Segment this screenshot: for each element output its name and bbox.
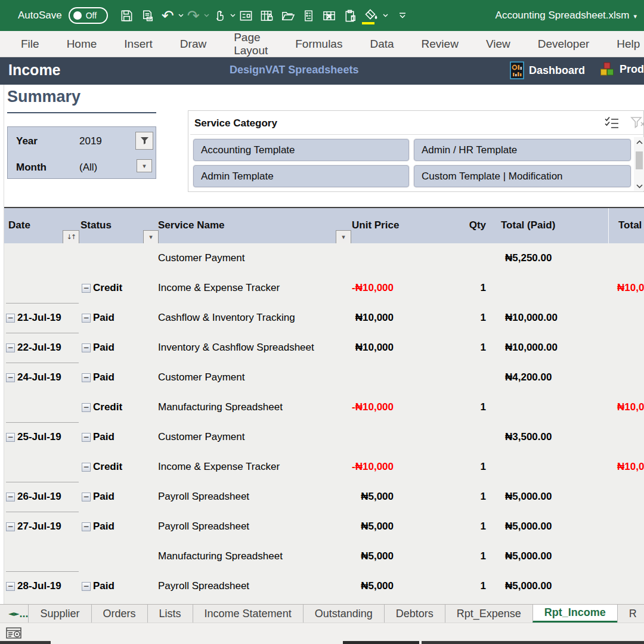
table-row[interactable]: −26-Jul-19−PaidPayroll Spreadsheet₦5,000… [4, 482, 644, 512]
sheet-tab-rpt-income[interactable]: Rpt_Income [532, 605, 617, 623]
collapse-icon[interactable]: − [82, 493, 91, 501]
autosave-toggle[interactable]: Off [69, 7, 108, 24]
slicer-button-accounting-template[interactable]: Accounting Template [193, 139, 409, 161]
cell-total-due [617, 571, 644, 601]
products-link[interactable]: Products [599, 61, 644, 77]
open-folder-icon[interactable] [277, 5, 299, 26]
sheet-tab-debtors[interactable]: Debtors [384, 605, 445, 623]
fill-color-icon[interactable] [361, 5, 382, 26]
date-sort-button[interactable]: ↓↑ [63, 230, 79, 244]
collapse-icon[interactable]: − [82, 403, 91, 412]
cell-total-paid: ₦5,000.00 [505, 541, 606, 571]
ribbon-tab-help[interactable]: Help [603, 38, 644, 51]
more-sheets-button[interactable]: ... [19, 605, 28, 623]
slicer-title: Service Category [194, 117, 277, 129]
form-properties-icon[interactable] [236, 5, 256, 26]
sheet-tab-income-statement[interactable]: Income Statement [193, 605, 303, 623]
collapse-icon[interactable]: − [6, 522, 15, 531]
undo-icon[interactable]: ↶ [158, 5, 178, 26]
status-value: Paid [93, 371, 114, 383]
table-row[interactable]: −21-Jul-19−PaidCashflow & Inventory Trac… [4, 303, 644, 333]
collapse-icon[interactable]: − [6, 582, 15, 591]
collapse-icon[interactable]: − [6, 314, 15, 323]
protect-sheet-icon[interactable] [256, 5, 277, 26]
clear-table-icon[interactable] [318, 5, 340, 26]
collapse-icon[interactable]: − [82, 284, 91, 293]
touch-mode-dropdown-icon[interactable] [230, 14, 236, 17]
table-row[interactable]: −25-Jul-19−PaidCustomer Payment₦3,500.00 [4, 422, 644, 452]
table-row[interactable]: −22-Jul-19−PaidInventory & Cashflow Spre… [4, 333, 644, 363]
dashboard-link[interactable]: Dashboard [510, 61, 585, 79]
document-title-caret-icon[interactable]: ▾ [633, 13, 637, 20]
table-row[interactable]: −27-Jul-19−PaidPayroll Spreadsheet₦5,000… [4, 512, 644, 541]
slicer-scrollbar[interactable] [634, 137, 644, 191]
scroll-down-icon[interactable] [634, 181, 644, 191]
year-filter-button[interactable] [135, 132, 153, 150]
ribbon-tab-view[interactable]: View [472, 38, 524, 51]
sheet-tab-orders[interactable]: Orders [91, 605, 147, 623]
sheet-tab-supplier[interactable]: Supplier [28, 605, 91, 623]
table-row[interactable]: −28-Jul-19−PaidPayroll Spreadsheet₦5,000… [4, 571, 644, 601]
service-filter-button[interactable]: ▾ [336, 230, 351, 244]
sheet-tab-outstanding[interactable]: Outstanding [303, 605, 384, 623]
cell-total-paid: ₦10,000.00 [505, 303, 606, 333]
ribbon-tab-data[interactable]: Data [356, 38, 407, 51]
macro-record-icon[interactable] [6, 626, 22, 639]
switch-windows-icon[interactable] [299, 5, 318, 26]
multi-select-icon[interactable] [604, 116, 620, 132]
collapse-icon[interactable]: − [82, 463, 91, 472]
collapse-icon[interactable]: − [6, 433, 15, 442]
save-icon[interactable] [116, 5, 137, 26]
collapse-icon[interactable]: − [82, 582, 91, 591]
ribbon-tab-home[interactable]: Home [53, 38, 111, 51]
undo-dropdown-icon[interactable] [178, 14, 184, 17]
slicer-button-custom-template-modification[interactable]: Custom Template | Modification [414, 165, 631, 187]
collapse-icon[interactable]: − [6, 493, 15, 501]
collapse-icon[interactable]: − [82, 373, 91, 382]
ribbon-tab-developer[interactable]: Developer [524, 38, 603, 51]
cell-total-due: ₦10,000 [617, 392, 644, 422]
sheet-tab-lists[interactable]: Lists [147, 605, 193, 623]
touch-mouse-mode-icon[interactable] [209, 5, 230, 26]
table-row[interactable]: Customer Payment₦5,250.00 [4, 243, 644, 273]
ribbon-tab-file[interactable]: File [7, 38, 53, 51]
fill-color-dropdown-icon[interactable] [383, 14, 388, 17]
ribbon-tab-page-layout[interactable]: Page Layout [220, 31, 281, 57]
ribbon-tab-formulas[interactable]: Formulas [281, 38, 356, 51]
scroll-up-icon[interactable] [634, 137, 644, 147]
table-row[interactable]: −24-Jul-19−PaidCustomer Payment₦4,200.00 [4, 363, 644, 392]
print-preview-icon[interactable] [137, 5, 158, 26]
collapse-icon[interactable]: − [82, 343, 91, 352]
collapse-icon[interactable]: − [82, 314, 91, 323]
table-row[interactable]: −CreditIncome & Expense Tracker-₦10,0001… [4, 273, 644, 303]
scrollbar-thumb[interactable] [636, 151, 643, 169]
month-value: (All) [79, 162, 97, 174]
prev-sheet-icon[interactable]: ◄ [8, 605, 14, 623]
sheet-tab-rpt-expense[interactable]: Rpt_Expense [445, 605, 532, 623]
cell-status [82, 243, 156, 273]
status-value: Paid [93, 312, 114, 324]
collapse-icon[interactable]: − [82, 433, 91, 442]
collapse-icon[interactable]: − [6, 373, 15, 382]
service-category-slicer: Service Category Accounting TemplateAdmi… [188, 110, 644, 192]
table-row[interactable]: −CreditManufacturing Spreadsheet-₦10,000… [4, 392, 644, 422]
collapse-icon[interactable]: − [6, 343, 15, 352]
document-title[interactable]: Accounting Spreadsheet.xlsm [496, 10, 630, 21]
cell-total-due [617, 422, 644, 452]
paste-special-icon[interactable] [340, 5, 361, 26]
collapse-icon[interactable]: − [82, 522, 91, 531]
ribbon-tab-insert[interactable]: Insert [110, 38, 166, 51]
cell-unit-price: ₦5,000 [322, 512, 394, 541]
table-row[interactable]: −CreditIncome & Expense Tracker-₦10,0001… [4, 452, 644, 482]
next-sheet-icon[interactable]: ► [14, 605, 19, 623]
month-dropdown-button[interactable]: ▾ [137, 159, 152, 172]
ribbon-tab-draw[interactable]: Draw [166, 38, 220, 51]
customize-quick-access-toolbar-icon[interactable] [395, 5, 410, 26]
redo-icon: ↷ [184, 5, 203, 26]
ribbon-tab-review[interactable]: Review [408, 38, 472, 51]
table-row[interactable]: Manufacturing Spreadsheet₦5,0001₦5,000.0… [4, 541, 644, 571]
slicer-button-admin-template[interactable]: Admin Template [193, 165, 409, 187]
status-filter-button[interactable]: ▾ [143, 230, 159, 244]
sheet-tab-r[interactable]: R [617, 605, 644, 623]
slicer-button-admin-hr-template[interactable]: Admin / HR Template [414, 139, 631, 161]
